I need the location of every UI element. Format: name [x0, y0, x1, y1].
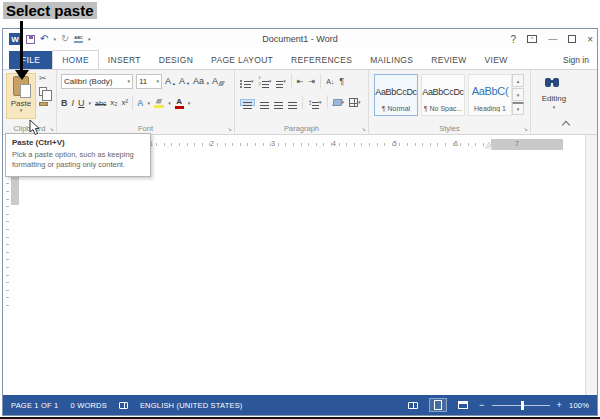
zoom-level[interactable]: 100% — [569, 401, 589, 410]
window-title: Document1 - Word — [3, 34, 597, 44]
numbering-button[interactable]: 12▾ — [259, 75, 272, 86]
borders-button[interactable]: ▾ — [349, 98, 361, 107]
font-color-dropdown-icon[interactable]: ▾ — [188, 101, 191, 106]
save-icon[interactable] — [26, 35, 35, 44]
tab-mailings[interactable]: MAILINGS — [361, 51, 422, 69]
page-count[interactable]: PAGE 1 OF 1 — [11, 401, 59, 410]
paragraph-row-1: ▾ 12▾ ▾ ⇤ ⇥ A↓ ¶ — [240, 74, 344, 88]
ribbon: Paste ▾ ✂ Clipboard ↘ Calibri (Body) ▾ — [3, 69, 597, 135]
clipboard-dialog-launcher-icon[interactable]: ↘ — [49, 125, 54, 132]
format-painter-icon[interactable] — [39, 102, 48, 106]
maximize-button[interactable] — [568, 35, 576, 43]
shrink-font-button[interactable]: A▼ — [179, 77, 190, 86]
editing-label[interactable]: Editing — [531, 94, 577, 103]
styles-scroll-up-icon[interactable]: ▴ — [512, 74, 524, 87]
subscript-button[interactable]: x₂ — [110, 99, 117, 107]
clear-formatting-button[interactable]: A — [212, 77, 225, 86]
highlight-color-button[interactable] — [154, 99, 164, 108]
italic-button[interactable]: I — [72, 99, 75, 108]
tab-insert[interactable]: INSERT — [99, 51, 150, 69]
tab-references[interactable]: REFERENCES — [282, 51, 361, 69]
sign-in-link[interactable]: Sign in — [555, 51, 597, 69]
font-dialog-launcher-icon[interactable]: ↘ — [227, 125, 232, 132]
spelling-grammar-icon[interactable]: ABC — [74, 35, 83, 43]
increase-indent-icon[interactable]: ⇥ — [308, 77, 315, 86]
highlight-dropdown-icon[interactable]: ▾ — [168, 101, 171, 106]
shading-icon — [332, 99, 342, 106]
tab-design[interactable]: DESIGN — [150, 51, 202, 69]
bold-button[interactable]: B — [61, 99, 68, 108]
underline-button[interactable]: U — [78, 99, 85, 108]
tab-file[interactable]: FILE — [9, 51, 52, 69]
editing-dropdown-icon[interactable]: ▾ — [531, 105, 577, 110]
ribbon-display-options-icon[interactable]: ^ — [527, 35, 537, 43]
undo-icon[interactable]: ↶ — [40, 34, 48, 44]
tab-review[interactable]: REVIEW — [422, 51, 475, 69]
word-count[interactable]: 0 WORDS — [71, 401, 107, 410]
right-indent-marker[interactable] — [485, 142, 493, 149]
font-size-combo[interactable]: 11 ▾ — [136, 74, 162, 89]
text-effects-button[interactable]: A — [137, 99, 144, 108]
ruler-number: 5 — [393, 140, 397, 147]
redo-icon[interactable]: ↻ — [61, 34, 69, 44]
justify-button[interactable] — [288, 102, 297, 103]
paste-dropdown-icon[interactable]: ▾ — [20, 108, 23, 113]
divider — [327, 95, 328, 109]
multilevel-list-button[interactable]: ▾ — [276, 79, 286, 84]
style-normal[interactable]: AaBbCcDc ¶ Normal — [374, 74, 418, 116]
grow-font-button[interactable]: A▲ — [165, 77, 176, 86]
style-no-spacing[interactable]: AaBbCcDc ¶ No Spac... — [421, 74, 465, 116]
styles-scroll-down-icon[interactable]: ▾ — [512, 88, 524, 101]
align-right-icon — [274, 102, 283, 103]
zoom-in-button[interactable]: + — [557, 401, 562, 410]
vertical-scrollbar[interactable] — [585, 135, 597, 395]
tab-view[interactable]: VIEW — [476, 51, 517, 69]
line-spacing-button[interactable]: ↕▾ — [308, 98, 322, 107]
sort-button[interactable]: A↓ — [326, 78, 334, 85]
web-layout-button[interactable] — [454, 398, 472, 412]
style-preview: AaBbC( — [472, 85, 509, 97]
align-right-button[interactable] — [274, 102, 283, 103]
find-binoculars-icon[interactable] — [545, 78, 551, 87]
close-button[interactable]: × — [587, 34, 593, 45]
zoom-slider-thumb[interactable] — [521, 401, 524, 410]
styles-more-icon[interactable]: ▾ — [512, 102, 524, 115]
text-effects-dropdown-icon[interactable]: ▾ — [148, 101, 151, 106]
zoom-out-button[interactable]: − — [479, 401, 484, 410]
superscript-button[interactable]: x² — [121, 99, 128, 107]
tab-home[interactable]: HOME — [52, 50, 99, 69]
paragraph-dialog-launcher-icon[interactable]: ↘ — [361, 125, 366, 132]
align-left-button[interactable] — [240, 99, 255, 106]
print-layout-button[interactable] — [429, 398, 447, 412]
annotation-arrowhead — [15, 70, 29, 80]
divider — [291, 74, 292, 88]
styles-dialog-launcher-icon[interactable]: ↘ — [523, 125, 528, 132]
copy-icon[interactable] — [39, 87, 47, 96]
font-color-button[interactable]: A — [175, 97, 184, 109]
read-mode-button[interactable] — [404, 398, 422, 412]
decrease-indent-icon[interactable]: ⇤ — [297, 77, 304, 86]
proofing-status-icon[interactable] — [119, 402, 128, 409]
change-case-button[interactable]: Aa ▾ — [193, 77, 209, 86]
bullets-button[interactable]: ▾ — [240, 79, 254, 84]
undo-dropdown-icon[interactable]: ▾ — [53, 36, 56, 42]
align-center-button[interactable] — [260, 102, 269, 103]
font-size-value: 11 — [139, 77, 147, 86]
cut-icon[interactable]: ✂ — [39, 74, 48, 83]
font-name-value: Calibri (Body) — [64, 77, 112, 86]
qat-customize-icon[interactable]: ▾ — [88, 36, 91, 42]
font-name-combo[interactable]: Calibri (Body) ▾ — [61, 74, 133, 89]
strikethrough-button[interactable]: abc — [95, 100, 106, 107]
show-hide-pilcrow-button[interactable]: ¶ — [339, 76, 344, 86]
align-center-icon — [260, 102, 269, 103]
shading-button[interactable]: ▾ — [333, 99, 345, 106]
collapse-ribbon-icon[interactable] — [562, 121, 570, 129]
tab-page-layout[interactable]: PAGE LAYOUT — [202, 51, 282, 69]
underline-dropdown-icon[interactable]: ▾ — [89, 101, 92, 106]
help-button[interactable]: ? — [511, 34, 517, 45]
language-indicator[interactable]: ENGLISH (UNITED STATES) — [140, 401, 243, 410]
zoom-slider[interactable] — [492, 401, 550, 410]
minimize-button[interactable]: — — [548, 34, 557, 44]
multilevel-icon — [276, 81, 283, 82]
style-heading-1[interactable]: AaBbC( Heading 1 — [468, 74, 512, 116]
